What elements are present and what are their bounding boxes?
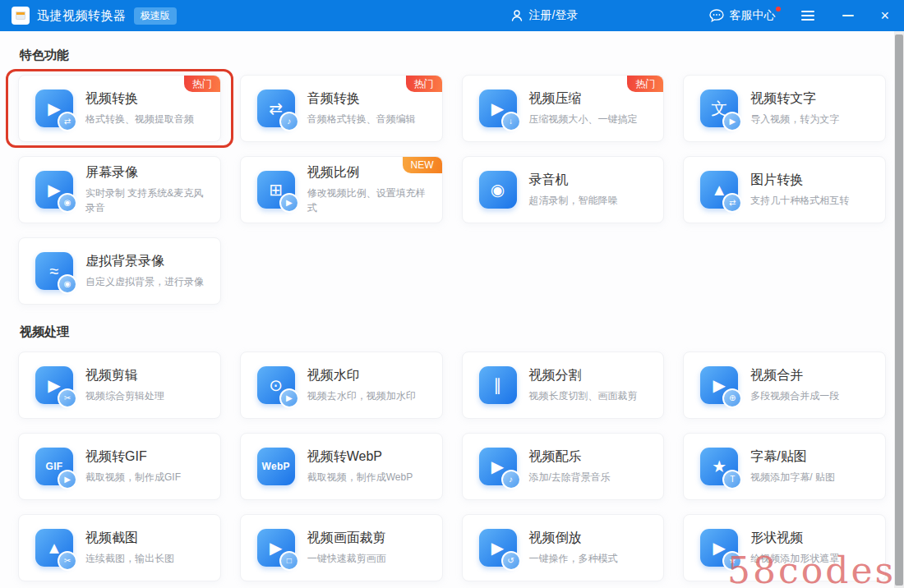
video-to-webp-icon: WebP (257, 448, 295, 485)
video-crop-card[interactable]: ▶ □ 视频画面裁剪 一键快速裁剪画面 (240, 514, 443, 581)
card-title: 视频剪辑 (85, 367, 164, 384)
customer-service-button[interactable]: 客服中心 (709, 8, 775, 23)
app-title: 迅捷视频转换器 (37, 8, 127, 24)
video-reverse-card[interactable]: ▶ ↺ 视频倒放 一键操作，多种模式 (462, 514, 665, 581)
video-crop-icon: ▶ □ (257, 529, 295, 567)
card-subtitle: 截取视频，制作成GIF (85, 471, 181, 485)
video-processing-card-grid: ▶ ✂ 视频剪辑 视频综合剪辑处理 ⊙ ▶ 视频水印 视频去水印，视频加水印 ∥… (18, 351, 886, 581)
menu-button[interactable] (800, 7, 816, 24)
video-to-text-icon: 文 ▶ (700, 90, 738, 127)
video-ratio-icon: ⊞ ▶ (257, 171, 295, 209)
scrollbar-thumb[interactable] (895, 34, 903, 586)
card-title: 视频截图 (85, 530, 174, 547)
subtitle-sticker-icon: ★ T (700, 448, 738, 485)
video-to-gif-card[interactable]: GIF ▶ 视频转GIF 截取视频，制作成GIF (18, 433, 221, 500)
card-subtitle: 自定义虚拟背景，进行录像 (85, 275, 204, 289)
video-music-icon: ▶ ♪ (479, 448, 517, 485)
close-button[interactable]: × (877, 7, 892, 25)
card-title: 视频倒放 (529, 530, 618, 547)
card-subtitle: 多段视频合并成一段 (750, 389, 839, 403)
video-merge-card[interactable]: ▶ ⊕ 视频合并 多段视频合并成一段 (683, 351, 886, 419)
login-button[interactable]: 注册/登录 (510, 8, 579, 23)
card-title: 视频转文字 (750, 90, 839, 108)
card-subtitle: 一键操作，多种模式 (529, 552, 618, 566)
app-logo-icon (12, 7, 30, 25)
shape-video-card[interactable]: ▶ ★ 形状视频 给视频添加形状遮罩 (683, 514, 886, 581)
card-title: 视频画面裁剪 (307, 530, 386, 547)
image-convert-card[interactable]: ▲ ⇄ 图片转换 支持几十种格式相互转 (683, 156, 886, 223)
card-subtitle: 添加/去除背景音乐 (529, 471, 611, 485)
card-title: 视频转换 (85, 90, 194, 108)
card-title: 视频水印 (307, 367, 416, 384)
video-merge-icon: ▶ ⊕ (700, 366, 738, 404)
card-subtitle: 视频综合剪辑处理 (85, 389, 164, 403)
video-convert-icon: ▶ ⇄ (35, 90, 73, 127)
card-title: 视频分割 (529, 367, 638, 384)
card-subtitle: 超清录制，智能降噪 (529, 194, 618, 208)
video-edit-card[interactable]: ▶ ✂ 视频剪辑 视频综合剪辑处理 (18, 351, 221, 419)
main-content: 特色功能 ▶ ⇄ 视频转换 格式转换、视频提取音频 热门 ⇄ ♪ 音频转换 音频… (0, 31, 904, 581)
card-subtitle: 音频格式转换、音频编辑 (307, 113, 416, 126)
voice-recorder-icon: ◉ (479, 171, 517, 209)
card-subtitle: 一键快速裁剪画面 (307, 552, 386, 566)
video-to-text-card[interactable]: 文 ▶ 视频转文字 导入视频，转为文字 (683, 75, 886, 142)
card-badge: 热门 (406, 76, 442, 92)
voice-recorder-card[interactable]: ◉ 录音机 超清录制，智能降噪 (462, 156, 665, 223)
image-convert-icon: ▲ ⇄ (700, 171, 738, 209)
video-split-icon: ∥ (479, 366, 517, 404)
card-title: 图片转换 (750, 172, 849, 189)
card-subtitle: 修改视频比例、设置填充样式 (307, 186, 434, 215)
card-subtitle: 视频添加字幕/ 贴图 (750, 471, 835, 485)
minimize-button[interactable] (839, 10, 857, 21)
video-music-card[interactable]: ▶ ♪ 视频配乐 添加/去除背景音乐 (462, 433, 665, 500)
card-subtitle: 视频去水印，视频加水印 (307, 389, 416, 403)
card-title: 视频合并 (750, 367, 839, 384)
card-subtitle: 导入视频，转为文字 (750, 113, 839, 126)
section-title-video-processing: 视频处理 (20, 324, 886, 340)
audio-convert-icon: ⇄ ♪ (257, 90, 295, 127)
screen-record-card[interactable]: ▶ ◉ 屏幕录像 实时录制 支持系统&麦克风录音 (18, 156, 221, 223)
login-label: 注册/登录 (529, 8, 579, 23)
card-title: 视频转WebP (307, 448, 413, 466)
video-screenshot-icon: ▲ ✂ (35, 529, 73, 567)
card-badge: 热门 (184, 76, 220, 92)
vertical-scrollbar[interactable] (894, 31, 904, 588)
card-title: 音频转换 (307, 90, 416, 108)
video-convert-card[interactable]: ▶ ⇄ 视频转换 格式转换、视频提取音频 热门 (18, 75, 221, 142)
app-edition-badge: 极速版 (134, 7, 177, 25)
featured-card-grid: ▶ ⇄ 视频转换 格式转换、视频提取音频 热门 ⇄ ♪ 音频转换 音频格式转换、… (18, 75, 886, 305)
video-split-card[interactable]: ∥ 视频分割 视频长度切割、画面裁剪 (462, 351, 665, 419)
customer-service-label: 客服中心 (729, 8, 775, 23)
virtual-background-record-icon: ≈ ◉ (35, 252, 73, 290)
video-screenshot-card[interactable]: ▲ ✂ 视频截图 连续截图，输出长图 (18, 514, 221, 581)
chat-bubble-icon (709, 9, 724, 22)
titlebar: 迅捷视频转换器 极速版 注册/登录 客服中心 × (0, 0, 904, 31)
card-badge: 热门 (627, 76, 663, 92)
video-compress-card[interactable]: ▶ ↓ 视频压缩 压缩视频大小、一键搞定 热门 (462, 75, 665, 142)
video-watermark-card[interactable]: ⊙ ▶ 视频水印 视频去水印，视频加水印 (240, 351, 443, 419)
card-subtitle: 压缩视频大小、一键搞定 (529, 113, 638, 126)
card-title: 屏幕录像 (85, 164, 212, 181)
card-title: 字幕/贴图 (750, 448, 835, 466)
card-subtitle: 给视频添加形状遮罩 (750, 552, 839, 566)
shape-video-icon: ▶ ★ (700, 529, 738, 567)
virtual-background-record-card[interactable]: ≈ ◉ 虚拟背景录像 自定义虚拟背景，进行录像 (18, 237, 221, 305)
video-reverse-icon: ▶ ↺ (479, 529, 517, 567)
card-title: 虚拟背景录像 (85, 253, 204, 270)
video-compress-icon: ▶ ↓ (479, 90, 517, 127)
video-to-webp-card[interactable]: WebP 视频转WebP 截取视频，制作成WebP (240, 433, 443, 500)
video-ratio-card[interactable]: ⊞ ▶ 视频比例 修改视频比例、设置填充样式 NEW (240, 156, 443, 223)
card-subtitle: 格式转换、视频提取音频 (85, 113, 194, 126)
card-badge: NEW (403, 157, 442, 173)
card-subtitle: 连续截图，输出长图 (85, 552, 174, 566)
card-title: 形状视频 (750, 530, 839, 547)
card-title: 视频配乐 (529, 448, 611, 466)
card-title: 视频转GIF (85, 448, 181, 466)
subtitle-sticker-card[interactable]: ★ T 字幕/贴图 视频添加字幕/ 贴图 (683, 433, 886, 500)
card-subtitle: 实时录制 支持系统&麦克风录音 (85, 186, 212, 215)
section-video-processing: 视频处理 ▶ ✂ 视频剪辑 视频综合剪辑处理 ⊙ ▶ 视频水印 视频去水印，视频… (18, 324, 886, 581)
audio-convert-card[interactable]: ⇄ ♪ 音频转换 音频格式转换、音频编辑 热门 (240, 75, 443, 142)
user-icon (510, 9, 523, 22)
screen-record-icon: ▶ ◉ (35, 171, 73, 209)
card-title: 录音机 (529, 172, 618, 189)
